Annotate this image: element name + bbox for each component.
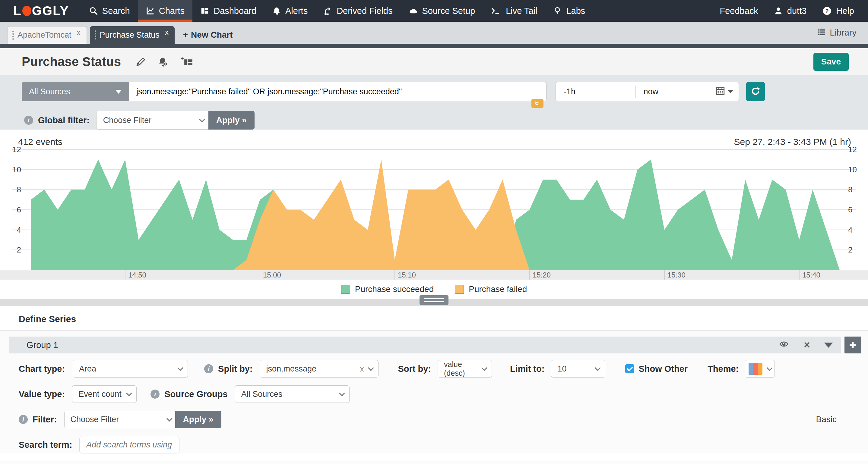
calendar-icon xyxy=(715,86,725,98)
expand-query-badge[interactable]: » xyxy=(531,99,544,108)
nav-label: Search xyxy=(102,6,130,16)
value-type-select[interactable]: Event count xyxy=(72,385,136,403)
limit-to-value: 10 xyxy=(557,364,566,374)
source-groups-select[interactable]: All Sources xyxy=(235,385,349,403)
legend-item-succeeded[interactable]: Purchase succeeded xyxy=(341,285,434,294)
time-to-input[interactable]: now xyxy=(636,87,715,96)
theme-select[interactable] xyxy=(745,360,775,377)
feedback-link[interactable]: Feedback xyxy=(712,0,766,22)
tabbar-bottom-strip xyxy=(0,44,868,48)
nav-item-derived-fields[interactable]: Derived Fields xyxy=(315,0,400,22)
chevron-down-icon xyxy=(767,365,773,371)
legend-label: Purchase failed xyxy=(469,285,527,294)
resize-handle[interactable] xyxy=(420,295,448,305)
split-by-select[interactable]: json.message x xyxy=(260,360,378,377)
collapse-group-icon[interactable] xyxy=(824,342,833,348)
chart-time-range: Sep 27, 2:43 - 3:43 PM (1 hr) xyxy=(734,137,851,147)
basic-mode-label[interactable]: Basic xyxy=(816,415,850,424)
filter-apply-button[interactable]: Apply » xyxy=(175,411,221,428)
save-button[interactable]: Save xyxy=(813,53,849,71)
clear-split-icon[interactable]: x xyxy=(360,364,367,374)
sort-by-select[interactable]: value (desc) xyxy=(438,360,492,377)
time-from-input[interactable]: -1h xyxy=(556,87,636,96)
chevron-down-icon xyxy=(482,365,487,371)
close-tab-icon[interactable]: x xyxy=(165,29,168,36)
svg-text:12: 12 xyxy=(12,147,21,154)
nav-item-charts[interactable]: Charts xyxy=(138,0,192,22)
svg-text:12: 12 xyxy=(848,147,857,154)
tab-purchase-status[interactable]: Purchase Status x xyxy=(90,26,175,44)
nav-item-dashboard[interactable]: Dashboard xyxy=(192,0,264,22)
chart-type-row: Chart type: Area i Split by: json.messag… xyxy=(19,360,850,377)
visibility-eye-icon[interactable] xyxy=(778,339,790,351)
info-icon: i xyxy=(24,116,33,125)
nav-item-live-tail[interactable]: Live Tail xyxy=(483,0,545,22)
calendar-picker[interactable] xyxy=(715,86,739,98)
nav-item-alerts[interactable]: Alerts xyxy=(264,0,315,22)
plus-icon: + xyxy=(183,30,188,40)
show-other-checkbox[interactable] xyxy=(625,364,634,373)
svg-text:15:30: 15:30 xyxy=(668,271,685,279)
nav-item-source-setup[interactable]: Source Setup xyxy=(400,0,483,22)
add-to-dashboard-icon[interactable]: + xyxy=(180,56,193,68)
info-icon: i xyxy=(19,415,28,424)
svg-text:2: 2 xyxy=(848,245,852,254)
bell-icon xyxy=(272,6,281,15)
search-term-input[interactable] xyxy=(79,436,180,454)
legend-label: Purchase succeeded xyxy=(355,285,434,294)
nav-label: Feedback xyxy=(720,6,758,16)
event-count: 412 events xyxy=(18,137,62,147)
svg-text:?: ? xyxy=(826,8,829,14)
user-menu[interactable]: dutt3 xyxy=(766,0,815,22)
alert-settings-icon[interactable] xyxy=(157,56,169,68)
filter-select[interactable]: Choose Filter xyxy=(64,411,177,428)
chevron-down-icon xyxy=(126,390,132,396)
nav-item-labs[interactable]: Labs xyxy=(545,0,593,22)
info-icon: i xyxy=(204,364,213,373)
svg-text:14:50: 14:50 xyxy=(128,271,146,279)
sources-label: All Sources xyxy=(29,87,70,96)
chevron-down-icon xyxy=(166,416,172,422)
chevron-down-icon xyxy=(339,390,345,396)
logo-text: L xyxy=(13,4,22,18)
chart-icon xyxy=(146,6,155,15)
legend-item-failed[interactable]: Purchase failed xyxy=(455,285,527,294)
svg-text:2: 2 xyxy=(17,245,21,254)
chart-type-select[interactable]: Area xyxy=(73,360,188,377)
svg-text:15:10: 15:10 xyxy=(398,271,416,279)
group-1-bar[interactable]: Group 1 × xyxy=(9,336,841,354)
split-by-value: json.message xyxy=(266,364,316,374)
drag-grip-icon xyxy=(12,31,14,40)
series-form: Chart type: Area i Split by: json.messag… xyxy=(0,354,868,454)
area-chart[interactable]: 224466881010121214:5015:0015:1015:2015:3… xyxy=(0,147,868,279)
help-menu[interactable]: ? Help xyxy=(814,0,862,22)
find-series-link[interactable]: Find series to pin xyxy=(0,461,868,464)
panel-divider-strip xyxy=(0,299,868,306)
all-sources-dropdown[interactable]: All Sources xyxy=(22,82,129,101)
group-row: Group 1 × + xyxy=(0,331,868,354)
add-group-button[interactable]: + xyxy=(844,336,861,354)
loggly-logo[interactable]: LGGLY xyxy=(0,0,81,22)
remove-group-icon[interactable]: × xyxy=(804,339,810,351)
nav-item-search[interactable]: Search xyxy=(81,0,138,22)
tab-apachetomcat[interactable]: ApacheTomcat x xyxy=(7,26,87,44)
new-chart-button[interactable]: + New Chart xyxy=(178,26,238,44)
split-by-label: Split by: xyxy=(218,364,252,374)
nav-label: Source Setup xyxy=(422,6,475,16)
top-nav: LGGLY Search Charts Dashboard Alerts Der… xyxy=(0,0,868,22)
global-filter-select[interactable]: Choose Filter xyxy=(96,111,210,130)
global-filter-apply-button[interactable]: Apply » xyxy=(208,111,254,130)
limit-to-select[interactable]: 10 xyxy=(551,360,605,377)
refresh-icon xyxy=(750,86,761,97)
library-button[interactable]: Library xyxy=(816,27,861,38)
search-query-input[interactable] xyxy=(129,82,547,101)
search-icon xyxy=(89,6,98,15)
close-tab-icon[interactable]: x xyxy=(77,29,81,36)
tab-label: ApacheTomcat xyxy=(18,30,71,40)
svg-text:15:20: 15:20 xyxy=(533,271,551,279)
refresh-button[interactable] xyxy=(746,82,765,101)
value-type-row: Value type: Event count i Source Groups … xyxy=(19,385,850,403)
chevron-down-icon xyxy=(199,116,205,122)
edit-title-icon[interactable] xyxy=(135,56,146,67)
sort-by-value: value (desc) xyxy=(444,360,482,377)
